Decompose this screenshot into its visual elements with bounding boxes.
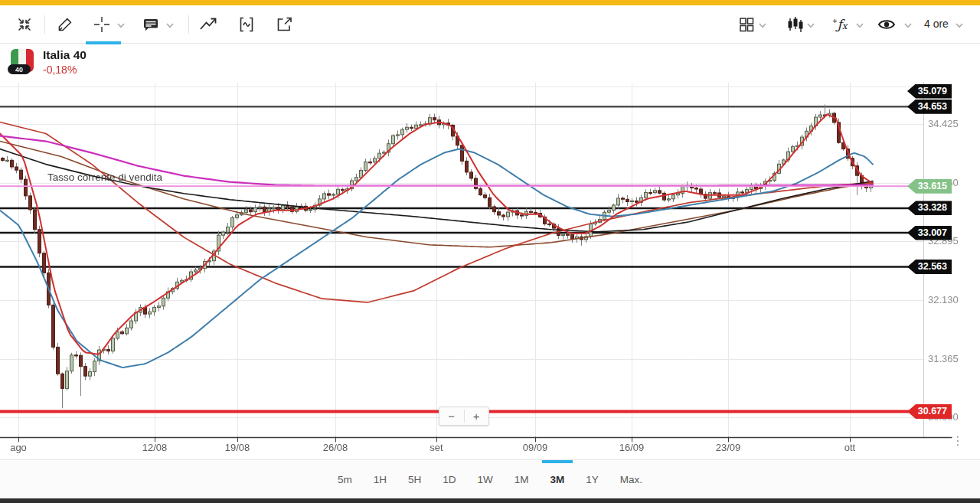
instrument-change: -0,18%	[43, 64, 77, 76]
toolbar-divider	[44, 15, 45, 34]
x-axis-label: set	[430, 442, 443, 453]
top-accent-bar	[0, 0, 980, 5]
x-axis-label: 26/08	[323, 442, 348, 453]
x-axis-label: 23/09	[716, 442, 741, 453]
price-level-tag: 32.563	[907, 260, 952, 274]
price-level-tag: 33.007	[907, 226, 952, 240]
zoom-out-button[interactable]: −	[439, 407, 464, 425]
visibility-button[interactable]	[876, 14, 897, 35]
price-level-tag: 35.079	[907, 84, 952, 99]
annotation-button[interactable]	[140, 14, 162, 35]
y-axis-label: 34.425	[928, 118, 959, 129]
interval-dropdown-chevron[interactable]	[955, 22, 964, 28]
timeframe-1d[interactable]: 1D	[441, 460, 457, 498]
sell-rate-tag: 33.615	[907, 179, 952, 194]
zoom-controls: − +	[439, 407, 489, 426]
share-open-icon	[275, 15, 293, 34]
share-open-button[interactable]	[273, 14, 295, 35]
pencil-icon	[56, 15, 74, 34]
indicator-wave-button[interactable]	[236, 14, 257, 35]
timeframe-1w[interactable]: 1W	[476, 460, 495, 498]
sell-rate-note: Tasso corrente di vendita	[47, 171, 162, 183]
layout-grid-button[interactable]	[736, 14, 757, 35]
timeframe-bar: 5m1H5H1D1W1M3M1YMax.	[0, 459, 980, 498]
more-menu-button[interactable]: ⋮	[952, 438, 962, 455]
collapse-button[interactable]	[14, 14, 35, 35]
chart-type-dropdown-chevron[interactable]	[806, 22, 815, 28]
price-level-tag: 30.677	[907, 404, 952, 419]
chart-toolbar: +ƒx 4 ore	[0, 5, 980, 44]
toolbar-divider	[188, 15, 189, 34]
price-level-tag: 33.328	[907, 201, 952, 215]
instrument-title: Italia 40	[43, 48, 87, 62]
x-axis-label: 16/09	[619, 442, 645, 453]
draw-button[interactable]	[54, 14, 76, 35]
layout-grid-icon	[737, 15, 756, 34]
crosshair-dropdown-chevron[interactable]	[116, 22, 126, 28]
x-axis-label: 19/08	[225, 442, 250, 453]
collapse-icon	[15, 15, 34, 34]
fx-icon: +ƒx	[833, 17, 848, 32]
layout-dropdown-chevron[interactable]	[758, 22, 767, 28]
interval-selector[interactable]: 4 ore	[924, 18, 949, 30]
fx-dropdown-chevron[interactable]	[855, 22, 864, 28]
annotation-quote-icon	[142, 15, 160, 34]
candlestick-chart-icon	[786, 15, 804, 34]
indicators-fx-button[interactable]: +ƒx	[827, 14, 853, 35]
price-level-tag: 34.653	[907, 100, 952, 114]
chart-canvas[interactable]	[0, 0, 980, 503]
timeframe-1m[interactable]: 1M	[513, 460, 531, 498]
trend-line-button[interactable]	[198, 14, 219, 35]
trend-line-icon	[198, 15, 218, 34]
active-tool-indicator	[86, 41, 121, 44]
x-axis-label: ott	[844, 442, 855, 453]
timeframe-max[interactable]: Max.	[619, 460, 644, 498]
instrument-badge: 40	[8, 64, 31, 74]
chart-type-button[interactable]	[784, 14, 805, 35]
crosshair-icon	[92, 15, 112, 34]
timeframe-5m[interactable]: 5m	[336, 460, 354, 498]
x-axis-label: 12/08	[142, 442, 168, 453]
x-axis-label: ago	[10, 442, 27, 453]
timeframe-5h[interactable]: 5H	[407, 460, 423, 498]
y-axis-label: 32.130	[928, 294, 959, 305]
timeframe-1h[interactable]: 1H	[372, 460, 388, 498]
bottom-edge-bar	[0, 498, 980, 503]
visibility-dropdown-chevron[interactable]	[903, 22, 913, 28]
y-axis-label: 31.365	[928, 353, 959, 364]
eye-icon	[877, 15, 897, 34]
annotation-dropdown-chevron[interactable]	[165, 22, 175, 28]
timeframe-1y[interactable]: 1Y	[584, 460, 600, 498]
timeframe-3m[interactable]: 3M	[549, 460, 567, 498]
zoom-in-button[interactable]: +	[465, 407, 489, 425]
crosshair-button[interactable]	[91, 14, 113, 35]
indicator-wave-icon	[237, 15, 256, 34]
x-axis-label: 09/09	[523, 442, 548, 453]
